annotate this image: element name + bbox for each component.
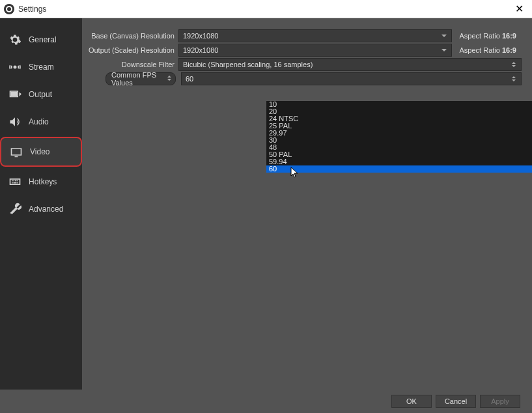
fps-option[interactable]: 25 PAL bbox=[266, 122, 532, 130]
sidebar-item-label: Video bbox=[30, 147, 49, 156]
output-res-label: Output (Scaled) Resolution bbox=[82, 46, 178, 54]
sidebar-item-general[interactable]: General bbox=[0, 26, 82, 53]
sidebar-item-output[interactable]: Output bbox=[0, 81, 82, 108]
sidebar-item-label: Output bbox=[29, 90, 52, 99]
fps-option[interactable]: 10 bbox=[266, 101, 532, 108]
sidebar-item-audio[interactable]: Audio bbox=[0, 108, 82, 135]
updown-icon bbox=[166, 75, 173, 83]
sidebar-item-label: Audio bbox=[29, 117, 49, 126]
sidebar-item-advanced[interactable]: Advanced bbox=[0, 195, 82, 223]
tools-icon bbox=[8, 202, 22, 216]
app-icon bbox=[4, 4, 14, 14]
sidebar-item-label: General bbox=[29, 35, 57, 44]
audio-icon bbox=[8, 115, 22, 129]
fps-option[interactable]: 24 NTSC bbox=[266, 115, 532, 122]
fps-option[interactable]: 29.97 bbox=[266, 130, 532, 137]
base-res-select[interactable]: 1920x1080 bbox=[178, 29, 452, 42]
fps-dropdown[interactable]: 102024 NTSC25 PAL29.97304850 PAL59.9460 bbox=[266, 100, 532, 173]
downscale-select[interactable]: Bicubic (Sharpened scaling, 16 samples) bbox=[178, 58, 522, 71]
sidebar-item-label: Advanced bbox=[29, 205, 63, 214]
fps-option[interactable]: 50 PAL bbox=[266, 151, 532, 158]
window-title: Settings bbox=[18, 5, 46, 14]
fps-option[interactable]: 48 bbox=[266, 144, 532, 151]
updown-icon bbox=[509, 74, 518, 83]
output-res-select[interactable]: 1920x1080 bbox=[178, 44, 452, 57]
chevron-down-icon bbox=[440, 46, 449, 55]
video-icon bbox=[9, 145, 23, 159]
footer: OK Cancel Apply bbox=[0, 390, 532, 413]
base-res-label: Base (Canvas) Resolution bbox=[82, 32, 178, 40]
ok-button[interactable]: OK bbox=[391, 395, 432, 408]
fps-type-select[interactable]: Common FPS Values bbox=[105, 72, 176, 85]
output-aspect-text: Aspect Ratio 16:9 bbox=[455, 46, 522, 54]
fps-type-label: Common FPS Values bbox=[111, 71, 166, 87]
cancel-button[interactable]: Cancel bbox=[436, 395, 476, 408]
sidebar-item-label: Stream bbox=[29, 63, 54, 72]
sidebar-item-stream[interactable]: Stream bbox=[0, 53, 82, 81]
keyboard-icon bbox=[8, 175, 22, 189]
fps-option[interactable]: 59.94 bbox=[266, 158, 532, 165]
fps-option[interactable]: 60 bbox=[266, 165, 532, 173]
fps-value-select[interactable]: 60 bbox=[181, 72, 522, 85]
sidebar: General Stream Output Audio Video bbox=[0, 18, 82, 390]
fps-option[interactable]: 30 bbox=[266, 137, 532, 144]
downscale-label: Downscale Filter bbox=[82, 61, 178, 68]
sidebar-item-video[interactable]: Video bbox=[0, 137, 82, 167]
chevron-down-icon bbox=[440, 31, 449, 40]
fps-value: 60 bbox=[186, 75, 193, 83]
base-res-value: 1920x1080 bbox=[183, 32, 218, 40]
output-res-value: 1920x1080 bbox=[183, 46, 218, 54]
gear-icon bbox=[8, 33, 22, 47]
close-icon[interactable]: ✕ bbox=[510, 3, 528, 15]
base-aspect-text: Aspect Ratio 16:9 bbox=[455, 32, 522, 40]
titlebar: Settings ✕ bbox=[0, 0, 532, 18]
updown-icon bbox=[509, 60, 518, 69]
output-icon bbox=[8, 87, 22, 102]
stream-icon bbox=[8, 60, 22, 74]
content-panel: Base (Canvas) Resolution 1920x1080 Aspec… bbox=[82, 18, 532, 390]
sidebar-item-hotkeys[interactable]: Hotkeys bbox=[0, 168, 82, 195]
apply-button[interactable]: Apply bbox=[480, 395, 520, 408]
sidebar-item-label: Hotkeys bbox=[29, 177, 57, 186]
fps-option[interactable]: 20 bbox=[266, 108, 532, 115]
downscale-value: Bicubic (Sharpened scaling, 16 samples) bbox=[183, 61, 313, 68]
